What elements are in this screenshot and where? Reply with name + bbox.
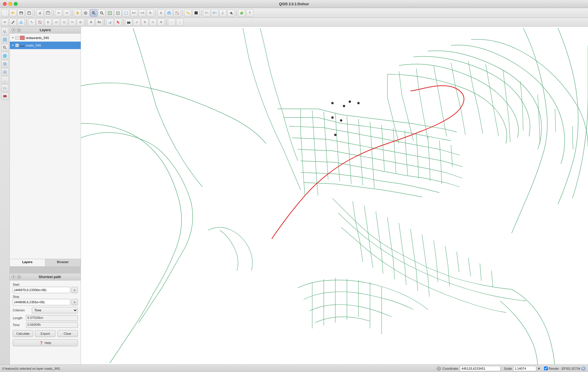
layer-icon-roads xyxy=(20,46,25,46)
undo-button[interactable]: ↩ xyxy=(55,9,62,17)
svg-point-50 xyxy=(334,134,336,136)
identify-features-button[interactable]: ℹ xyxy=(44,18,52,26)
pan-button[interactable]: ✋ xyxy=(74,9,81,17)
maximize-button[interactable] xyxy=(14,2,18,6)
svg-text:,: , xyxy=(221,12,222,15)
edit-tool-button[interactable] xyxy=(9,18,17,26)
close-button[interactable] xyxy=(3,2,7,6)
help-icon: ❓ xyxy=(39,341,43,345)
zoom-next-button[interactable]: ⟶ xyxy=(138,9,146,17)
minimize-button[interactable] xyxy=(8,2,12,6)
zoom-layer-button[interactable] xyxy=(114,9,122,17)
select-polygon-button[interactable]: ⬡ xyxy=(60,18,68,26)
layer-checkbox-restaurants[interactable] xyxy=(15,36,19,40)
toolbox-v-button[interactable]: V. xyxy=(1,28,9,35)
map-area[interactable] xyxy=(81,27,588,364)
length-row: Length 6.07526km xyxy=(13,315,78,321)
label2-button[interactable]: Aa xyxy=(95,18,103,26)
measure-button[interactable]: 📏 xyxy=(184,9,192,17)
separator xyxy=(72,10,72,16)
toolbox-globe-button[interactable]: 🌐 xyxy=(1,52,9,59)
move-button[interactable]: ⤢ xyxy=(133,18,140,26)
deselect-features-button[interactable] xyxy=(36,18,44,26)
add-delimited-button[interactable]: , xyxy=(219,9,227,17)
zoom-full-button[interactable] xyxy=(106,9,114,17)
label-button[interactable]: A xyxy=(87,18,95,26)
epsg-icon[interactable] xyxy=(581,366,586,371)
more1-button[interactable]: ⋯ xyxy=(168,18,175,26)
save-button[interactable]: 💾 xyxy=(17,9,25,17)
edit-node-button[interactable] xyxy=(17,18,25,26)
layer-item-restaurants[interactable]: ▼ restaurants_34S xyxy=(10,34,81,42)
deselect-button[interactable] xyxy=(173,9,181,17)
render-checkbox[interactable] xyxy=(544,367,548,370)
svg-rect-18 xyxy=(125,12,127,14)
toolbox-vx-button[interactable]: V× xyxy=(1,84,9,92)
coordinate-label: Coordinate: xyxy=(442,367,459,370)
select-radius-button[interactable]: ⊙ xyxy=(77,18,84,26)
zoom-out-button[interactable] xyxy=(98,9,106,17)
new-file-button[interactable]: 📄 xyxy=(1,9,9,17)
toolbox-globe2-button[interactable] xyxy=(1,60,9,68)
print-composer-button[interactable] xyxy=(44,9,52,17)
toolbox-search-button[interactable] xyxy=(1,44,9,51)
layers-float-button[interactable]: ◻ xyxy=(17,28,21,32)
sp-float-button[interactable]: ◻ xyxy=(17,275,21,279)
layer-item-roads[interactable]: ▼ roads_34S xyxy=(10,42,81,49)
stop-plus-button[interactable]: + xyxy=(71,299,78,305)
start-plus-button[interactable]: + xyxy=(71,287,78,293)
print-button[interactable]: 🖨 xyxy=(36,9,44,17)
select-rect-button[interactable]: ▭ xyxy=(52,18,60,26)
coordinate-input[interactable] xyxy=(460,366,500,371)
refresh-button[interactable]: ↻ xyxy=(147,9,154,17)
statusbar: 0 feature(s) selected on layer roads_34S… xyxy=(0,364,588,372)
select-tool-button[interactable]: ↖ xyxy=(28,18,36,26)
separator xyxy=(53,10,53,16)
redo-button[interactable]: ↪ xyxy=(63,9,71,17)
zoom-in-button[interactable] xyxy=(90,9,97,17)
select-button[interactable] xyxy=(165,9,173,17)
scale-input[interactable] xyxy=(513,366,536,371)
layers-panel: × ◻ Layers ▼ restaurants_34S ▼ roads_34S xyxy=(10,27,81,266)
criterion-select[interactable]: Time Distance xyxy=(32,307,78,313)
toolbox-quote-button[interactable]: ,, xyxy=(1,76,9,84)
pan-map-button[interactable] xyxy=(82,9,89,17)
help-button[interactable]: ? xyxy=(246,9,254,17)
identify-button[interactable]: ℹ xyxy=(157,9,165,17)
calculate-button[interactable]: Calculate xyxy=(13,330,33,337)
bookmark2-button[interactable]: 🔖 xyxy=(114,18,122,26)
measure-area-button[interactable]: ⬛ xyxy=(192,9,200,17)
delete-button[interactable]: ✕ xyxy=(157,18,165,26)
plugins-button[interactable]: 🧩 xyxy=(238,9,245,17)
add-plugin-layer-button[interactable]: 🔌 xyxy=(227,9,235,17)
scale-dropdown-icon[interactable]: ▼ xyxy=(537,367,541,370)
toolbox-layer-button[interactable] xyxy=(1,68,9,76)
edit-pencil-button[interactable]: ✏ xyxy=(1,18,9,26)
toolbox-grid-button[interactable] xyxy=(1,36,9,43)
more2-button[interactable]: ⋮ xyxy=(176,18,184,26)
scale-button[interactable]: ⤡ xyxy=(149,18,157,26)
add-wms-button[interactable]: W+ xyxy=(211,9,219,17)
svg-point-49 xyxy=(340,119,342,122)
open-button[interactable]: 📂 xyxy=(9,9,17,17)
sp-close-button[interactable]: × xyxy=(12,275,16,279)
toolbox-rect-button[interactable] xyxy=(1,92,9,100)
zoom-last-button[interactable]: ⟵ xyxy=(130,9,138,17)
save-as-button[interactable] xyxy=(25,9,33,17)
app-title: QGIS 2.0.1-Dufour xyxy=(279,2,309,6)
rotate-button[interactable]: ↻ xyxy=(141,18,149,26)
zoom-selection-button[interactable] xyxy=(122,9,130,17)
start-input[interactable] xyxy=(13,287,70,293)
help-button[interactable]: ❓ Help xyxy=(13,339,78,346)
tab-layers[interactable]: Layers xyxy=(10,259,45,266)
layer-checkbox-roads[interactable] xyxy=(15,44,19,47)
clear-button[interactable]: Clear xyxy=(57,330,78,337)
capture-button[interactable]: 📷 xyxy=(125,18,132,26)
layers-close-button[interactable]: × xyxy=(12,28,16,32)
export-button[interactable]: Export xyxy=(35,330,56,337)
select-freehand-button[interactable]: 〜 xyxy=(69,18,76,26)
chart-button[interactable]: 📊 xyxy=(106,18,114,26)
stop-input[interactable] xyxy=(13,299,70,305)
add-layer-button[interactable]: V+ xyxy=(203,9,210,17)
tab-browser[interactable]: Browser xyxy=(45,259,81,266)
